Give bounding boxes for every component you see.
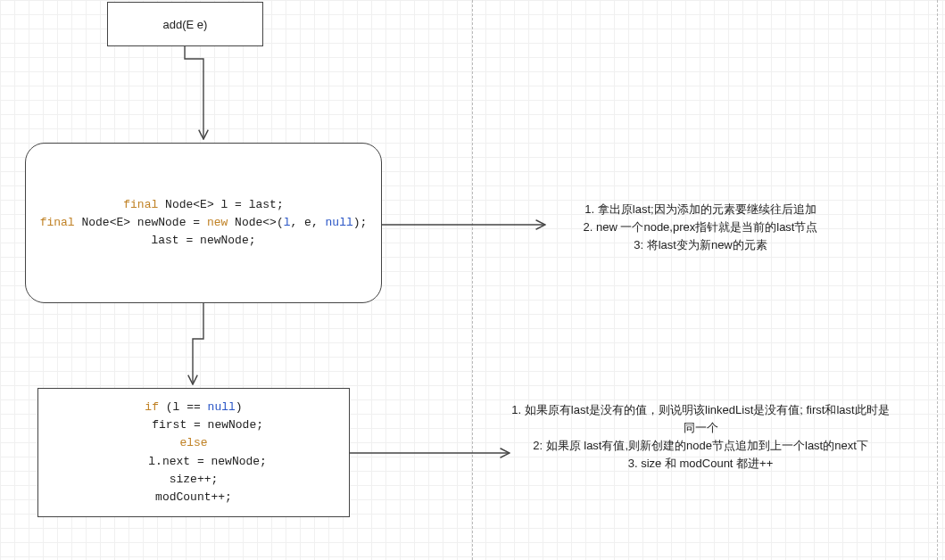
flowchart-node-start-label: add(E e)	[163, 18, 208, 31]
annotation-process: 1. 拿出原last;因为添加的元素要继续往后追加 2. new 一个node,…	[509, 201, 892, 254]
annotation-branch-line: 3. size 和 modCount 都进++	[509, 455, 892, 473]
annotation-branch-line: 2: 如果原 last有值,则新创建的node节点追加到上一个last的next…	[509, 437, 892, 455]
flowchart-node-branch-code: if (l == null) first = newNode;else l.ne…	[120, 399, 267, 506]
flowchart-node-start: add(E e)	[107, 2, 263, 46]
annotation-process-line: 3: 将last变为新new的元素	[509, 236, 892, 254]
annotation-branch-line: 1. 如果原有last是没有的值，则说明该linkedList是没有值; fir…	[509, 401, 892, 437]
annotation-process-line: 2. new 一个node,prex指针就是当前的last节点	[509, 218, 892, 236]
annotation-process-line: 1. 拿出原last;因为添加的元素要继续往后追加	[509, 201, 892, 218]
flowchart-node-process-code: final Node<E> l = last;final Node<E> new…	[40, 196, 368, 250]
flowchart-node-process: final Node<E> l = last;final Node<E> new…	[25, 143, 382, 303]
annotation-branch: 1. 如果原有last是没有的值，则说明该linkedList是没有值; fir…	[509, 401, 892, 474]
vertical-separator-right	[937, 0, 938, 560]
vertical-separator-left	[472, 0, 473, 560]
flowchart-node-branch: if (l == null) first = newNode;else l.ne…	[37, 388, 350, 517]
